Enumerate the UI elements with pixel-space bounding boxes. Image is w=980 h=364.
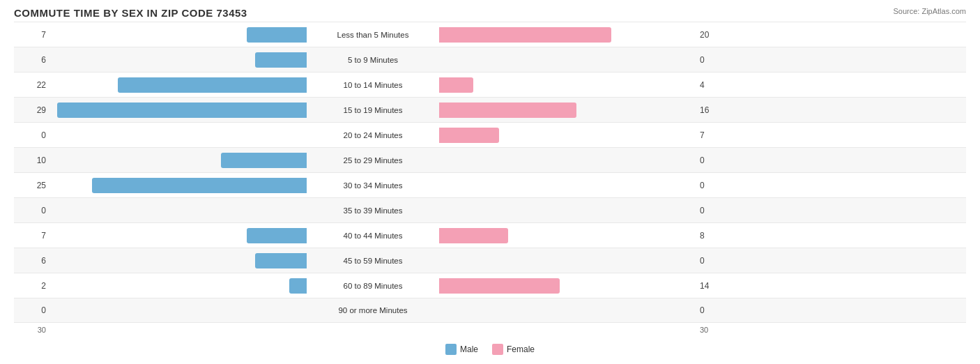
male-bar bbox=[221, 153, 307, 168]
female-bar bbox=[439, 77, 473, 93]
female-value: 0 bbox=[697, 156, 732, 165]
female-color-box bbox=[492, 344, 503, 355]
female-value: 4 bbox=[697, 80, 732, 90]
male-value: 22 bbox=[14, 80, 49, 90]
table-row: 6 5 to 9 Minutes 0 bbox=[14, 47, 966, 72]
legend-male: Male bbox=[445, 344, 478, 355]
male-bar bbox=[255, 52, 307, 68]
male-bar bbox=[247, 228, 307, 243]
female-value: 20 bbox=[697, 30, 732, 40]
male-bar-area bbox=[49, 203, 307, 218]
female-value: 7 bbox=[697, 130, 732, 140]
female-bar-area bbox=[439, 178, 697, 193]
male-value: 0 bbox=[14, 130, 49, 140]
table-row: 22 10 to 14 Minutes 4 bbox=[14, 72, 966, 97]
male-value: 7 bbox=[14, 231, 49, 241]
male-bar bbox=[92, 178, 307, 193]
row-label: 35 to 39 Minutes bbox=[307, 206, 439, 215]
male-value: 25 bbox=[14, 181, 49, 190]
male-bar-area bbox=[49, 27, 307, 43]
table-row: 7 40 to 44 Minutes 8 bbox=[14, 222, 966, 248]
female-bar-area bbox=[439, 77, 697, 93]
male-bar-area bbox=[49, 153, 307, 168]
table-row: 6 45 to 59 Minutes 0 bbox=[14, 248, 966, 273]
male-bar-area bbox=[49, 103, 307, 118]
row-label: Less than 5 Minutes bbox=[307, 31, 439, 39]
row-label: 10 to 14 Minutes bbox=[307, 81, 439, 89]
female-bar bbox=[439, 27, 611, 43]
legend: Male Female bbox=[14, 344, 966, 355]
male-bar-area bbox=[49, 52, 307, 68]
table-row: 2 60 to 89 Minutes 14 bbox=[14, 273, 966, 298]
chart-container: COMMUTE TIME BY SEX IN ZIP CODE 73453 So… bbox=[14, 7, 966, 355]
row-label: 90 or more Minutes bbox=[307, 306, 439, 314]
row-label: 30 to 34 Minutes bbox=[307, 181, 439, 190]
row-label: 15 to 19 Minutes bbox=[307, 106, 439, 114]
male-bar-area bbox=[49, 228, 307, 243]
male-value: 2 bbox=[14, 281, 49, 291]
male-bar-area bbox=[49, 77, 307, 93]
table-row: 25 30 to 34 Minutes 0 bbox=[14, 172, 966, 197]
legend-female: Female bbox=[492, 344, 535, 355]
table-row: 0 90 or more Minutes 0 bbox=[14, 298, 966, 323]
female-bar-area bbox=[439, 103, 697, 118]
male-value: 0 bbox=[14, 206, 49, 215]
male-bar-area bbox=[49, 278, 307, 294]
male-bar-area bbox=[49, 128, 307, 143]
chart-title: COMMUTE TIME BY SEX IN ZIP CODE 73453 bbox=[14, 7, 247, 19]
female-bar-area bbox=[439, 203, 697, 218]
table-row: 29 15 to 19 Minutes 16 bbox=[14, 97, 966, 122]
male-bar bbox=[255, 253, 307, 268]
female-label: Female bbox=[507, 344, 535, 354]
male-value: 0 bbox=[14, 305, 49, 315]
female-bar-area bbox=[439, 153, 697, 168]
female-value: 0 bbox=[697, 256, 732, 266]
male-bar bbox=[247, 27, 307, 43]
female-bar-area bbox=[439, 228, 697, 243]
male-label: Male bbox=[460, 344, 478, 354]
row-label: 60 to 89 Minutes bbox=[307, 282, 439, 290]
source-label: Source: ZipAtlas.com bbox=[893, 7, 966, 15]
female-bar-area bbox=[439, 253, 697, 268]
row-label: 5 to 9 Minutes bbox=[307, 56, 439, 64]
row-label: 40 to 44 Minutes bbox=[307, 232, 439, 240]
female-value: 0 bbox=[697, 181, 732, 190]
table-row: 0 20 to 24 Minutes 7 bbox=[14, 122, 966, 147]
female-bar-area bbox=[439, 128, 697, 143]
female-bar bbox=[439, 103, 576, 118]
female-bar bbox=[439, 128, 499, 143]
row-label: 20 to 24 Minutes bbox=[307, 131, 439, 139]
axis-row: 30 30 bbox=[14, 323, 966, 337]
female-value: 14 bbox=[697, 281, 732, 291]
male-value: 10 bbox=[14, 156, 49, 165]
chart-area: 7 Less than 5 Minutes 20 6 5 to 9 Minute… bbox=[14, 22, 966, 323]
female-bar-area bbox=[439, 278, 697, 294]
female-value: 0 bbox=[697, 206, 732, 215]
male-value: 6 bbox=[14, 256, 49, 266]
male-bar bbox=[118, 77, 307, 93]
female-bar-area bbox=[439, 303, 697, 318]
female-bar bbox=[439, 228, 508, 243]
female-value: 16 bbox=[697, 105, 732, 115]
male-color-box bbox=[445, 344, 457, 355]
male-bar bbox=[57, 103, 307, 118]
female-value: 8 bbox=[697, 231, 732, 241]
table-row: 0 35 to 39 Minutes 0 bbox=[14, 197, 966, 222]
male-value: 29 bbox=[14, 105, 49, 115]
male-value: 7 bbox=[14, 30, 49, 40]
female-bar-area bbox=[439, 27, 697, 43]
male-bar bbox=[289, 278, 307, 294]
table-row: 7 Less than 5 Minutes 20 bbox=[14, 22, 966, 47]
male-value: 6 bbox=[14, 55, 49, 65]
female-bar bbox=[439, 278, 560, 294]
table-row: 10 25 to 29 Minutes 0 bbox=[14, 147, 966, 172]
female-value: 0 bbox=[697, 305, 732, 315]
male-bar-area bbox=[49, 178, 307, 193]
female-value: 0 bbox=[697, 55, 732, 65]
male-bar-area bbox=[49, 253, 307, 268]
axis-left-label: 30 bbox=[14, 326, 49, 334]
row-label: 45 to 59 Minutes bbox=[307, 257, 439, 265]
female-bar-area bbox=[439, 52, 697, 68]
axis-right-label: 30 bbox=[697, 326, 732, 334]
row-label: 25 to 29 Minutes bbox=[307, 156, 439, 165]
